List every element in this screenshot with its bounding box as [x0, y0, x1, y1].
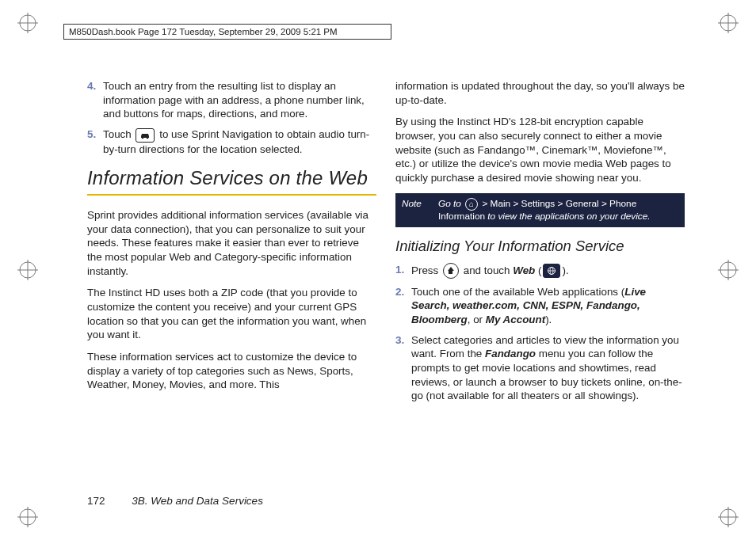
step-2-body: Touch one of the available Web applicati…	[411, 285, 685, 327]
crop-mark-icon	[17, 260, 38, 280]
step-4-body: Touch an entry from the resulting list t…	[103, 79, 376, 121]
step-2: 2. Touch one of the available Web applic…	[395, 285, 685, 327]
car-icon	[136, 128, 155, 143]
home-icon	[465, 198, 478, 211]
step-2-text-b: , or	[468, 314, 486, 325]
step-1-text-b: and touch	[464, 264, 514, 276]
paragraph: Sprint provides additional information s…	[87, 208, 376, 278]
step-1: 1. Press and touch Web ().	[395, 263, 685, 279]
web-globe-icon	[543, 264, 560, 278]
crop-mark-icon	[718, 13, 739, 33]
fandango-label: Fandango	[485, 348, 536, 359]
svg-point-19	[147, 136, 149, 139]
step-1-text-a: Press	[411, 264, 441, 276]
step-number: 5.	[87, 127, 103, 156]
paragraph: These information services act to custom…	[87, 350, 376, 392]
section-title-info-services: Information Services on the Web	[87, 165, 376, 191]
crop-mark-icon	[17, 13, 38, 33]
step-1-body: Press and touch Web ().	[411, 263, 685, 279]
crop-mark-icon	[17, 507, 38, 527]
page-number: 172	[87, 495, 105, 507]
right-column: information is updated throughout the da…	[395, 79, 685, 485]
step-5-body: Touch to use Sprint Navigation to obtain…	[103, 127, 376, 156]
step-5-text-a: Touch	[103, 128, 134, 140]
step-number: 4.	[87, 79, 103, 121]
note-box: Note Go to > Main > Settings > General >…	[395, 193, 685, 227]
svg-point-18	[142, 136, 144, 139]
page-header: M850Dash.book Page 172 Tuesday, Septembe…	[63, 24, 391, 40]
note-label: Note	[402, 198, 438, 222]
subsection-title-initializing: Initializing Your Information Service	[395, 237, 685, 256]
step-list-continued: 4. Touch an entry from the resulting lis…	[87, 79, 376, 156]
divider	[87, 194, 376, 196]
step-5: 5. Touch to use Sprint Navigation to obt…	[87, 127, 376, 156]
step-1-text-d: ).	[562, 264, 568, 276]
paragraph: By using the Instinct HD's 128-bit encry…	[395, 115, 685, 184]
page-footer: 172 3B. Web and Data Services	[87, 495, 263, 507]
web-label: Web	[513, 264, 535, 276]
note-body: Go to > Main > Settings > General > Phon…	[438, 198, 678, 222]
paragraph: information is updated throughout the da…	[395, 79, 685, 107]
home-icon	[443, 263, 459, 279]
step-number: 1.	[395, 263, 411, 279]
step-2-text-c: ).	[545, 314, 552, 325]
step-number: 3.	[395, 333, 411, 403]
step-3-body: Select categories and articles to view t…	[411, 333, 685, 403]
section-name: 3B. Web and Data Services	[132, 495, 263, 507]
note-text-b: to view the applications on your device.	[485, 211, 651, 222]
note-text-a: Go to	[438, 198, 464, 209]
page-header-text: M850Dash.book Page 172 Tuesday, Septembe…	[69, 27, 338, 36]
left-column: 4. Touch an entry from the resulting lis…	[87, 79, 376, 485]
my-account-label: My Account	[486, 314, 545, 325]
crop-mark-icon	[718, 507, 739, 527]
crop-mark-icon	[718, 260, 739, 280]
step-list-initializing: 1. Press and touch Web (). 2. Touch one …	[395, 263, 685, 404]
paragraph: The Instinct HD uses both a ZIP code (th…	[87, 286, 376, 342]
step-number: 2.	[395, 285, 411, 327]
content-area: 4. Touch an entry from the resulting lis…	[87, 79, 685, 485]
step-2-text-a: Touch one of the available Web applicati…	[411, 286, 624, 298]
step-4: 4. Touch an entry from the resulting lis…	[87, 79, 376, 121]
step-3: 3. Select categories and articles to vie…	[395, 333, 685, 403]
step-1-text-c: (	[538, 264, 541, 276]
